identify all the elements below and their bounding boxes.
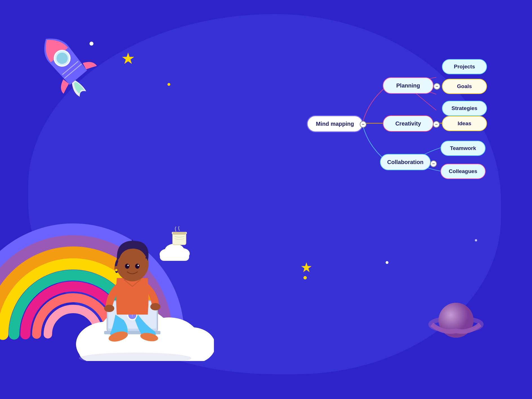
collaboration-node: Collaboration: [380, 154, 431, 170]
goals-label: Goals: [457, 83, 472, 89]
creativity-minus-button[interactable]: −: [433, 121, 440, 128]
colleagues-label: Colleagues: [449, 168, 477, 174]
star-decoration-2: ★: [300, 259, 312, 275]
mindmap-center-node: Mind mapping: [307, 115, 363, 132]
svg-point-28: [138, 265, 139, 266]
svg-point-25: [125, 264, 129, 269]
center-minus-button[interactable]: −: [360, 121, 366, 128]
dot-3: [303, 276, 307, 279]
strategies-label: Strategies: [451, 105, 477, 111]
colleagues-node: Colleagues: [441, 164, 486, 179]
ideas-node: Ideas: [442, 116, 487, 131]
svg-point-22: [150, 303, 160, 310]
svg-point-27: [128, 265, 129, 266]
projects-label: Projects: [454, 64, 475, 70]
ideas-label: Ideas: [458, 120, 471, 127]
dot-4: [386, 261, 388, 264]
projects-node: Projects: [442, 59, 487, 74]
creativity-label: Creativity: [395, 120, 421, 127]
person-illustration: ↑: [90, 225, 175, 343]
dot-2: [167, 83, 170, 86]
mindmap-container: Mind mapping − Planning − Projects Goals…: [273, 34, 518, 214]
star-decoration-1: ★: [121, 49, 135, 68]
strategies-node: Strategies: [442, 101, 487, 116]
collaboration-label: Collaboration: [387, 159, 424, 165]
planet-illustration: [428, 292, 484, 348]
planning-label: Planning: [396, 82, 420, 89]
goals-node: Goals: [442, 79, 487, 94]
svg-point-26: [135, 264, 140, 269]
planning-minus-button[interactable]: −: [433, 83, 440, 90]
rocket-illustration: [32, 25, 103, 104]
teamwork-node: Teamwork: [441, 141, 486, 156]
teamwork-label: Teamwork: [450, 145, 476, 151]
planning-node: Planning: [383, 77, 433, 94]
svg-rect-12: [173, 232, 186, 235]
center-label: Mind mapping: [316, 121, 354, 127]
creativity-node: Creativity: [383, 115, 433, 132]
svg-point-21: [104, 305, 114, 312]
svg-point-30: [115, 269, 117, 271]
dot-5: [475, 239, 477, 241]
collaboration-minus-button[interactable]: −: [430, 160, 437, 167]
